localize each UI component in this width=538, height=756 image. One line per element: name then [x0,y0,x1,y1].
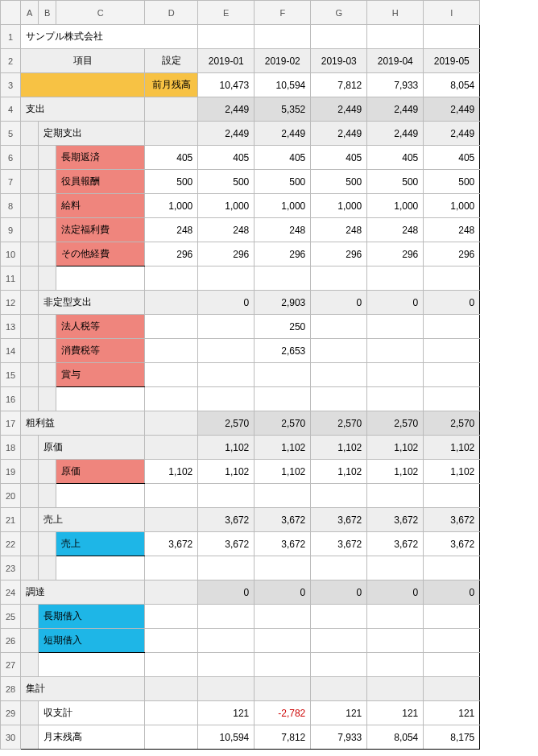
cell[interactable]: 0 [255,580,311,605]
item-longterm-loan[interactable]: 長期借入 [39,605,145,629]
cell[interactable]: 1,000 [367,194,424,218]
item-salary[interactable]: 給料 [56,194,145,218]
cell[interactable]: 1,000 [198,194,255,218]
section-gross-profit[interactable]: 粗利益 [21,411,145,436]
cell[interactable]: 296 [145,242,198,266]
cell[interactable]: 1,102 [198,460,255,484]
subsection-irregular[interactable]: 非定型支出 [39,291,145,315]
row-header[interactable]: 25 [1,605,21,629]
cell[interactable]: 248 [367,218,424,242]
cell[interactable]: 10,594 [255,73,311,97]
row-header[interactable]: 28 [1,677,21,701]
cell[interactable] [367,339,424,363]
row-header[interactable]: 6 [1,146,21,170]
cell[interactable]: 1,102 [367,460,424,484]
cell[interactable]: 3,672 [424,508,480,532]
cell[interactable]: 3,672 [311,532,367,556]
header-item[interactable]: 項目 [21,49,145,73]
cell[interactable]: 500 [255,170,311,194]
cell[interactable]: 500 [145,170,198,194]
cell[interactable]: 3,672 [367,508,424,532]
row-header[interactable]: 14 [1,339,21,363]
cell[interactable]: 1,102 [424,436,480,460]
cell[interactable]: 2,449 [424,122,480,146]
item-longterm-repay[interactable]: 長期返済 [56,146,145,170]
header-month[interactable]: 2019-05 [424,49,480,73]
row-header[interactable]: 16 [1,387,21,411]
cell[interactable]: 405 [367,146,424,170]
header-month[interactable]: 2019-01 [198,49,255,73]
row-header[interactable]: 9 [1,218,21,242]
cell[interactable]: 121 [198,701,255,725]
cell[interactable]: 7,933 [311,725,367,750]
item-officer-comp[interactable]: 役員報酬 [56,170,145,194]
cell[interactable]: 2,449 [367,122,424,146]
col-header[interactable]: G [311,1,367,25]
cell[interactable]: 7,812 [311,73,367,97]
col-header[interactable]: E [198,1,255,25]
cell[interactable]: 10,473 [198,73,255,97]
cell[interactable]: 248 [198,218,255,242]
cell[interactable]: 2,570 [198,411,255,436]
item-corp-tax[interactable]: 法人税等 [56,315,145,339]
item-balance-total[interactable]: 収支計 [39,701,145,725]
row-header[interactable]: 29 [1,701,21,725]
cell[interactable]: 2,570 [311,411,367,436]
cell[interactable]: 500 [424,170,480,194]
cell[interactable] [198,315,255,339]
cell[interactable]: 3,672 [255,532,311,556]
cell[interactable]: 0 [424,291,480,315]
item-welfare[interactable]: 法定福利費 [56,218,145,242]
cell[interactable] [311,339,367,363]
section-expense[interactable]: 支出 [21,97,145,122]
cell[interactable]: 0 [311,580,367,605]
row-header[interactable]: 13 [1,315,21,339]
row-header[interactable]: 12 [1,291,21,315]
subsection-regular[interactable]: 定期支出 [39,122,145,146]
row-header[interactable]: 8 [1,194,21,218]
subsection-sales[interactable]: 売上 [39,508,145,532]
cell[interactable]: 7,812 [255,725,311,750]
row-header[interactable]: 19 [1,460,21,484]
cell[interactable]: 296 [255,242,311,266]
cell[interactable]: 3,672 [255,508,311,532]
cell[interactable] [311,315,367,339]
cell[interactable]: 1,000 [424,194,480,218]
cell[interactable]: 248 [311,218,367,242]
cell[interactable]: 5,352 [255,97,311,122]
cell[interactable]: 1,102 [367,436,424,460]
section-summary[interactable]: 集計 [21,677,145,701]
cell[interactable]: 405 [145,146,198,170]
row-header[interactable]: 30 [1,725,21,750]
col-header[interactable]: H [367,1,424,25]
cell[interactable]: 2,449 [311,122,367,146]
cell[interactable]: 1,102 [255,436,311,460]
cell[interactable]: 405 [311,146,367,170]
cell[interactable]: 0 [367,580,424,605]
cell[interactable]: 1,000 [255,194,311,218]
cell[interactable]: 10,594 [198,725,255,750]
section-procurement[interactable]: 調達 [21,580,145,605]
row-header[interactable]: 5 [1,122,21,146]
cell[interactable]: 3,672 [311,508,367,532]
col-header[interactable]: C [56,1,145,25]
spreadsheet[interactable]: A B C D E F G H I 1 サンプル株式会社 2 項目 設定 201… [0,0,480,750]
cell[interactable]: -2,782 [255,701,311,725]
col-header[interactable]: A [21,1,39,25]
row-header[interactable]: 4 [1,97,21,122]
header-month[interactable]: 2019-02 [255,49,311,73]
cell[interactable]: 2,449 [424,97,480,122]
cell[interactable]: 8,054 [367,725,424,750]
row-header[interactable]: 27 [1,653,21,677]
subsection-cost[interactable]: 原価 [39,436,145,460]
cell[interactable]: 296 [311,242,367,266]
item-month-end-balance[interactable]: 月末残高 [39,725,145,750]
cell[interactable]: 8,054 [424,73,480,97]
cell[interactable]: 2,570 [367,411,424,436]
cell[interactable]: 1,102 [198,436,255,460]
cell[interactable]: 248 [424,218,480,242]
cell[interactable]: 1,102 [255,460,311,484]
row-header[interactable]: 7 [1,170,21,194]
cell[interactable]: 1,000 [311,194,367,218]
cell[interactable]: 500 [367,170,424,194]
